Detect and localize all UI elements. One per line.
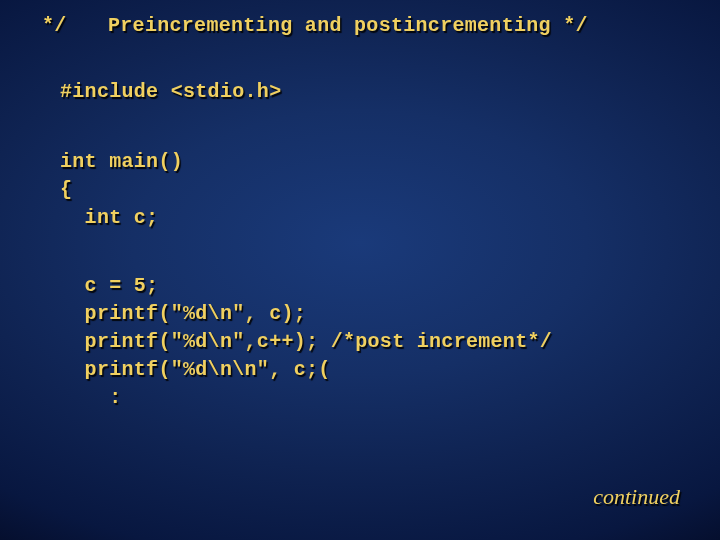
open-brace: { <box>60 176 72 204</box>
slide-title: Preincrementing and postincrementing */ <box>108 12 588 40</box>
printf-2: printf("%d\n",c++); /*post increment*/ <box>60 328 552 356</box>
comment-open: */ <box>42 12 67 40</box>
colon-line: : <box>60 384 122 412</box>
continued-label: continued <box>593 484 680 510</box>
printf-3: printf("%d\n\n", c;( <box>60 356 331 384</box>
printf-1: printf("%d\n", c); <box>60 300 306 328</box>
include-directive: #include <stdio.h> <box>60 78 281 106</box>
main-signature: int main() <box>60 148 183 176</box>
assignment: c = 5; <box>60 272 158 300</box>
var-decl: int c; <box>60 204 158 232</box>
